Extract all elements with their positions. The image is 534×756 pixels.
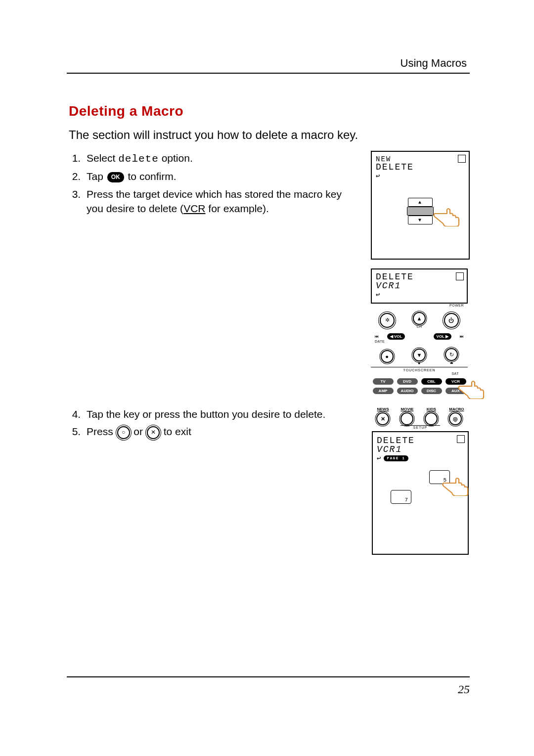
- scroll-indicator-icon: [458, 155, 466, 163]
- macro-knob-news: ✕: [376, 412, 389, 425]
- vol-up-button: VOL ▶: [434, 333, 452, 340]
- step-3: Press the target device which has stored…: [84, 187, 359, 216]
- ok-pill-icon: OK: [107, 172, 124, 182]
- hand-pointer-icon: [458, 376, 488, 399]
- macro-knob-kids: [425, 412, 438, 425]
- next-track-icon: ⏭: [460, 334, 464, 339]
- device-tv: TV: [373, 378, 394, 385]
- step-4: Tap the key or press the button you desi…: [84, 407, 359, 421]
- page-number: 25: [458, 683, 470, 696]
- ok-circle-icon: ○: [117, 426, 130, 439]
- intro-text: The section will instruct you how to del…: [69, 128, 470, 142]
- record-button: ●: [381, 350, 394, 363]
- macro-knob-macro: ◎: [449, 412, 462, 425]
- back-arrow-icon: ↩: [376, 172, 465, 180]
- menu-up-button: ▲: [408, 198, 433, 207]
- back-arrow-icon: ↩: [377, 454, 382, 462]
- step-2: Tap OK to confirm.: [84, 169, 359, 183]
- figure-1-lcd: NEW DELETE ↩ ▲ ▼: [371, 151, 470, 260]
- vol-down-button: ◀ VOL: [387, 333, 405, 340]
- header-rule: [67, 73, 470, 74]
- power-button: ⏻: [444, 313, 459, 328]
- scroll-indicator-icon: [457, 435, 465, 443]
- device-audio: AUDIO: [397, 388, 418, 394]
- step-1: Select delete option.: [84, 151, 359, 166]
- prev-track-icon: ⏮: [375, 334, 379, 339]
- repeat-button: ↻: [445, 348, 458, 361]
- figure-3: NEWS✕ MOVIE KIDS MACRO◎ SETUP DELETE VCR…: [371, 407, 470, 555]
- figure-2-remote: DELETE VCR1 ↩ POWER ✲ ▲ CH ⏻ ⏮: [371, 268, 468, 394]
- device-dvd: DVD: [397, 378, 418, 385]
- device-cbl: CBL: [421, 378, 442, 385]
- eject-icon: ⏏: [450, 361, 454, 365]
- cancel-circle-icon: ✕: [147, 426, 160, 439]
- macro-key-7: 7: [391, 490, 411, 504]
- menu-selected-item: [407, 207, 434, 216]
- settings-knob: ✲: [380, 313, 395, 328]
- step-5: Press ○ or ✕ to exit: [84, 424, 359, 439]
- menu-down-button: ▼: [408, 216, 433, 224]
- step-list-b: Tap the key or press the button you desi…: [67, 407, 359, 442]
- page-badge: PAGE 1: [384, 455, 408, 461]
- device-amp: AMP: [373, 388, 394, 394]
- hand-pointer-icon: [433, 204, 463, 226]
- footer-rule: [67, 676, 470, 677]
- scroll-indicator-icon: [456, 272, 464, 280]
- section-title: Deleting a Macro: [69, 103, 470, 119]
- ch-down-button: ▼: [413, 349, 426, 361]
- back-arrow-icon: ↩: [376, 290, 463, 299]
- device-disc: DISC: [421, 388, 442, 394]
- macro-knob-movie: [400, 412, 413, 425]
- hand-pointer-icon: [442, 473, 472, 496]
- step-list-a: Select delete option. Tap OK to confirm.…: [67, 151, 359, 219]
- running-head: Using Macros: [400, 57, 467, 70]
- ch-up-button: ▲: [413, 312, 426, 325]
